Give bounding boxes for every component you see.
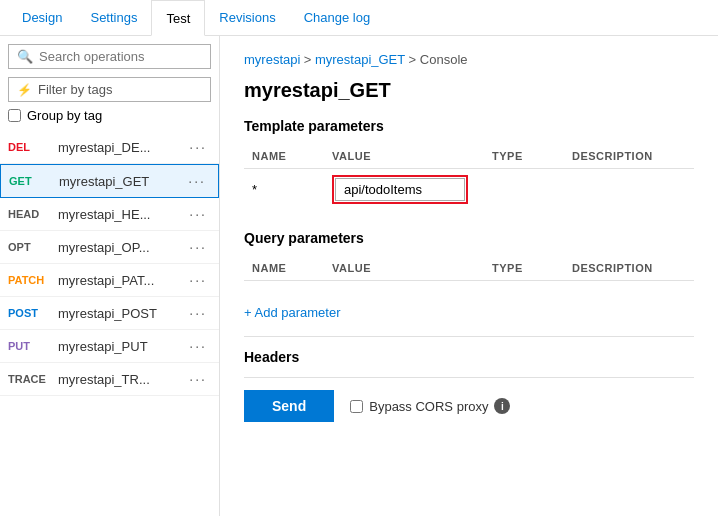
api-name-put: myrestapi_PUT [58, 339, 177, 354]
dots-menu-get[interactable]: ··· [184, 173, 210, 189]
filter-icon: ⚡ [17, 83, 32, 97]
param-type [484, 169, 564, 211]
col-header-desc: DESCRIPTION [564, 144, 694, 169]
page-title: myrestapi_GET [244, 79, 694, 102]
dots-menu-del[interactable]: ··· [185, 139, 211, 155]
method-badge-post: POST [8, 307, 50, 319]
api-item-head[interactable]: HEAD myrestapi_HE... ··· [0, 198, 219, 231]
method-badge-del: DEL [8, 141, 50, 153]
query-col-header-desc: DESCRIPTION [564, 256, 694, 281]
method-badge-put: PUT [8, 340, 50, 352]
search-box[interactable]: 🔍 [8, 44, 211, 69]
breadcrumb-op[interactable]: myrestapi_GET [315, 52, 405, 67]
bypass-cors-checkbox[interactable] [350, 400, 363, 413]
method-badge-opt: OPT [8, 241, 50, 253]
send-row: Send Bypass CORS proxy i [244, 390, 694, 422]
api-item-patch[interactable]: PATCH myrestapi_PAT... ··· [0, 264, 219, 297]
bypass-cors-wrapper: Bypass CORS proxy i [350, 398, 510, 414]
divider2 [244, 377, 694, 378]
method-badge-trace: TRACE [8, 373, 50, 385]
search-icon: 🔍 [17, 49, 33, 64]
api-item-opt[interactable]: OPT myrestapi_OP... ··· [0, 231, 219, 264]
tab-revisions[interactable]: Revisions [205, 0, 289, 36]
query-col-header-type: TYPE [484, 256, 564, 281]
dots-menu-put[interactable]: ··· [185, 338, 211, 354]
main-layout: 🔍 ⚡ Filter by tags Group by tag DEL myre… [0, 36, 718, 516]
tab-settings[interactable]: Settings [76, 0, 151, 36]
method-badge-head: HEAD [8, 208, 50, 220]
add-param-label: + Add parameter [244, 305, 340, 320]
filter-label: Filter by tags [38, 82, 112, 97]
query-params-table: NAME VALUE TYPE DESCRIPTION [244, 256, 694, 281]
api-item-get[interactable]: GET myrestapi_GET ··· [0, 164, 219, 198]
api-item-del[interactable]: DEL myrestapi_DE... ··· [0, 131, 219, 164]
param-value-input[interactable] [335, 178, 465, 201]
breadcrumb-api[interactable]: myrestapi [244, 52, 300, 67]
group-by-label: Group by tag [27, 108, 102, 123]
send-button[interactable]: Send [244, 390, 334, 422]
sidebar: 🔍 ⚡ Filter by tags Group by tag DEL myre… [0, 36, 220, 516]
api-name-get: myrestapi_GET [59, 174, 176, 189]
col-header-value: VALUE [324, 144, 484, 169]
query-col-header-name: NAME [244, 256, 324, 281]
info-icon[interactable]: i [494, 398, 510, 414]
dots-menu-patch[interactable]: ··· [185, 272, 211, 288]
bypass-cors-label: Bypass CORS proxy [369, 399, 488, 414]
col-header-name: NAME [244, 144, 324, 169]
param-value-cell [324, 169, 484, 211]
col-header-type: TYPE [484, 144, 564, 169]
divider [244, 336, 694, 337]
query-col-header-value: VALUE [324, 256, 484, 281]
api-name-opt: myrestapi_OP... [58, 240, 177, 255]
top-navigation: Design Settings Test Revisions Change lo… [0, 0, 718, 36]
headers-title: Headers [244, 349, 694, 365]
param-desc [564, 169, 694, 211]
group-by-checkbox[interactable] [8, 109, 21, 122]
dots-menu-opt[interactable]: ··· [185, 239, 211, 255]
tab-design[interactable]: Design [8, 0, 76, 36]
api-name-head: myrestapi_HE... [58, 207, 177, 222]
api-item-put[interactable]: PUT myrestapi_PUT ··· [0, 330, 219, 363]
api-item-post[interactable]: POST myrestapi_POST ··· [0, 297, 219, 330]
query-params-title: Query parameters [244, 230, 694, 246]
search-input[interactable] [39, 49, 202, 64]
filter-box[interactable]: ⚡ Filter by tags [8, 77, 211, 102]
breadcrumb: myrestapi > myrestapi_GET > Console [244, 52, 694, 67]
method-badge-get: GET [9, 175, 51, 187]
main-content: myrestapi > myrestapi_GET > Console myre… [220, 36, 718, 516]
group-by-tag[interactable]: Group by tag [8, 108, 211, 123]
api-name-del: myrestapi_DE... [58, 140, 177, 155]
api-item-trace[interactable]: TRACE myrestapi_TR... ··· [0, 363, 219, 396]
breadcrumb-page: Console [420, 52, 468, 67]
template-params-table: NAME VALUE TYPE DESCRIPTION * [244, 144, 694, 210]
dots-menu-post[interactable]: ··· [185, 305, 211, 321]
template-params-title: Template parameters [244, 118, 694, 134]
tab-changelog[interactable]: Change log [290, 0, 385, 36]
add-param-button[interactable]: + Add parameter [244, 301, 694, 324]
template-param-row: * [244, 169, 694, 211]
api-name-post: myrestapi_POST [58, 306, 177, 321]
api-name-trace: myrestapi_TR... [58, 372, 177, 387]
api-name-patch: myrestapi_PAT... [58, 273, 177, 288]
param-name: * [244, 169, 324, 211]
method-badge-patch: PATCH [8, 274, 50, 286]
dots-menu-head[interactable]: ··· [185, 206, 211, 222]
tab-test[interactable]: Test [151, 0, 205, 36]
value-input-highlight [332, 175, 468, 204]
dots-menu-trace[interactable]: ··· [185, 371, 211, 387]
